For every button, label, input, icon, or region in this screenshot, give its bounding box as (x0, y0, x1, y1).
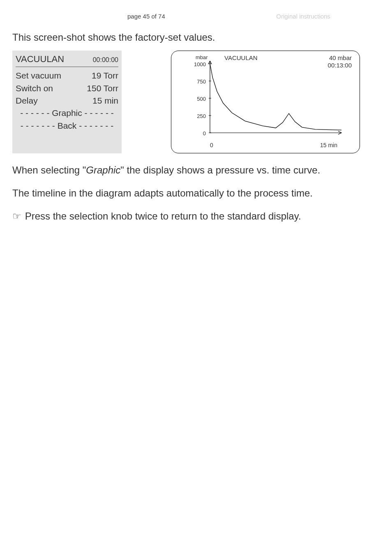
menu-row-value: 15 min (92, 95, 118, 106)
paragraph-timeline: The timeline in the diagram adapts autom… (12, 187, 380, 200)
pointing-hand-icon: ☞ (12, 210, 22, 223)
paragraph-instruction: ☞ Press the selection knob twice to retu… (12, 210, 380, 223)
menu-time: 00:00:00 (93, 56, 118, 65)
header-right-text: Original instructions (276, 12, 330, 21)
menu-row-label: Delay (16, 95, 38, 106)
menu-graphic: - - - - - - Graphic - - - - - - (16, 107, 118, 119)
menu-row-label: Set vacuum (16, 70, 61, 81)
intro-text: This screen-shot shows the factory-set v… (12, 31, 380, 44)
menu-screenshot: VACUULAN 00:00:00 Set vacuum 19 Torr Swi… (12, 51, 122, 153)
chart-x-zero: 0 (210, 141, 213, 149)
chart-x-label: 15 min (320, 141, 337, 149)
menu-title: VACUULAN (16, 53, 64, 65)
page-number: page 45 of 74 (127, 12, 165, 21)
chart-ytick: 500 (189, 95, 206, 103)
chart-ytick: 1000 (189, 61, 206, 68)
menu-row-value: 19 Torr (92, 70, 118, 81)
chart-ytick: 0 (189, 130, 206, 137)
chart-ytick: 750 (189, 78, 206, 86)
chart-svg (208, 61, 344, 143)
chart: mbar VACUULAN 40 mbar 00:13:00 1000 750 … (171, 51, 360, 153)
chart-y-unit: mbar (196, 54, 208, 61)
menu-back: - - - - - - - Back - - - - - - - (16, 120, 118, 132)
chart-ytick: 250 (189, 113, 206, 120)
menu-row-value: 150 Torr (87, 83, 118, 94)
menu-row-label: Switch on (16, 83, 53, 94)
paragraph-graphic: When selecting "Graphic" the display sho… (12, 164, 380, 177)
